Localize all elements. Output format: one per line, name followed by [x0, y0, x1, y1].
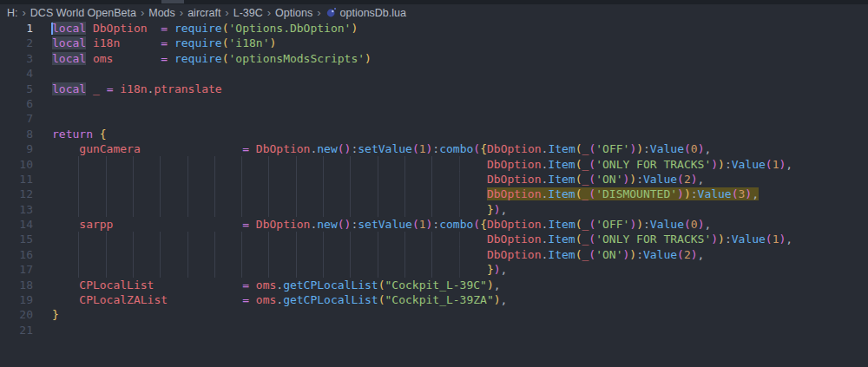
- code-line-3[interactable]: 3local oms = require('optionsModsScripts…: [0, 51, 868, 66]
- breadcrumb-item-2[interactable]: Mods: [148, 7, 175, 19]
- code-token: =: [242, 142, 249, 155]
- code-token: ,: [786, 158, 792, 171]
- code-line-21[interactable]: 21: [0, 323, 868, 338]
- breadcrumb-item-4[interactable]: L-39C: [233, 7, 263, 19]
- line-number[interactable]: 13: [0, 202, 33, 217]
- tab-indicator: [161, 0, 184, 3]
- line-number[interactable]: 16: [0, 247, 33, 262]
- breadcrumb-item-0[interactable]: H:: [7, 7, 18, 19]
- code-line-19[interactable]: 19 CPLocalZAList = oms.getCPLocalList("C…: [0, 292, 868, 307]
- code-line-13[interactable]: 13 }),: [0, 202, 868, 217]
- editor-code-area[interactable]: 1local DbOption = require('Options.DbOpt…: [0, 21, 868, 338]
- line-number[interactable]: 15: [0, 232, 33, 246]
- code-token: (: [589, 233, 595, 246]
- code-line-1[interactable]: 1local DbOption = require('Options.DbOpt…: [0, 21, 868, 36]
- text-cursor: [51, 23, 53, 36]
- line-number[interactable]: 5: [0, 82, 33, 96]
- code-line-17[interactable]: 17 }),: [0, 262, 868, 277]
- code-token: Item: [548, 248, 575, 261]
- breadcrumb-item-3[interactable]: aircraft: [187, 7, 220, 19]
- line-number[interactable]: 6: [0, 96, 33, 111]
- line-number[interactable]: 21: [0, 323, 33, 338]
- code-line-15[interactable]: 15 DbOption.Item(_('ONLY FOR TRACKS')):V…: [0, 232, 868, 246]
- code-line-8[interactable]: 8return {: [0, 127, 868, 141]
- code-token: :: [691, 187, 698, 200]
- line-text: }: [52, 307, 59, 322]
- code-token: DbOption: [487, 248, 542, 261]
- indent-guides: [52, 201, 487, 217]
- line-number[interactable]: 2: [0, 36, 33, 50]
- breadcrumb-path: H:›DCS World OpenBeta›Mods›aircraft›L-39…: [7, 7, 326, 19]
- code-token: (: [684, 218, 691, 231]
- code-token: ,: [704, 218, 711, 231]
- code-line-2[interactable]: 2local i18n = require('i18n'): [0, 36, 868, 50]
- code-token: getCPLocalList: [283, 279, 378, 292]
- code-token: ): [629, 248, 636, 261]
- code-token: require: [174, 36, 222, 49]
- breadcrumb-separator: ›: [141, 6, 144, 19]
- line-number[interactable]: 18: [0, 278, 33, 292]
- code-token: oms: [256, 293, 276, 306]
- code-token: _: [93, 82, 100, 95]
- line-number[interactable]: 3: [0, 51, 33, 66]
- line-text: local _ = i18n.ptranslate: [52, 82, 222, 96]
- breadcrumb-item-1[interactable]: DCS World OpenBeta: [30, 7, 136, 19]
- line-number[interactable]: 10: [0, 157, 33, 172]
- code-token: DbOption: [256, 218, 311, 231]
- breadcrumb-item-file[interactable]: optionsDb.lua: [326, 7, 406, 19]
- line-text: DbOption.Item(_('ON')):Value(2),: [52, 172, 704, 187]
- code-line-11[interactable]: 11 DbOption.Item(_('ON')):Value(2),: [0, 172, 868, 187]
- code-token: require: [174, 52, 222, 65]
- code-token: (: [732, 187, 739, 200]
- line-number[interactable]: 14: [0, 217, 33, 232]
- code-line-7[interactable]: 7: [0, 111, 868, 126]
- code-token: oms: [93, 52, 113, 65]
- code-token: ,: [704, 142, 711, 155]
- code-line-20[interactable]: 20}: [0, 307, 868, 322]
- line-text: local DbOption = require('Options.DbOpti…: [52, 21, 358, 36]
- line-text: CPLocalList = oms.getCPLocalList("Cockpi…: [52, 278, 501, 292]
- code-line-9[interactable]: 9 gunCamera = DbOption.new():setValue(1)…: [0, 141, 868, 156]
- code-line-10[interactable]: 10 DbOption.Item(_('ONLY FOR TRACKS')):V…: [0, 157, 868, 172]
- code-token: ): [494, 203, 501, 216]
- code-token: gunCamera: [79, 142, 140, 155]
- code-token: =: [161, 22, 168, 35]
- code-token: ): [691, 173, 698, 186]
- indent-guides: [52, 262, 487, 278]
- line-text: CPLocalZAList = oms.getCPLocalList("Cock…: [52, 292, 507, 307]
- code-token: ,: [698, 173, 705, 186]
- code-token: =: [161, 52, 168, 65]
- code-token: (: [575, 158, 582, 171]
- code-token: ptranslate: [154, 82, 221, 95]
- breadcrumb-item-5[interactable]: Options: [275, 7, 312, 19]
- code-line-16[interactable]: 16 DbOption.Item(_('ON')):Value(2),: [0, 247, 868, 262]
- line-number[interactable]: 1: [0, 21, 33, 36]
- code-token: setValue: [358, 218, 412, 231]
- code-token: 'ONLY FOR TRACKS': [595, 158, 711, 171]
- line-number[interactable]: 17: [0, 262, 33, 277]
- code-line-4[interactable]: 4: [0, 66, 868, 81]
- line-number[interactable]: 12: [0, 187, 33, 201]
- line-number[interactable]: 19: [0, 292, 33, 307]
- line-number[interactable]: 20: [0, 307, 33, 322]
- line-number[interactable]: 7: [0, 111, 33, 126]
- code-line-12[interactable]: 12 DbOption.Item(_('DISMOUNTED')):Value(…: [0, 187, 868, 201]
- code-token: i18n: [120, 82, 147, 95]
- code-token: :: [725, 233, 732, 246]
- line-number[interactable]: 8: [0, 127, 33, 141]
- code-token: (: [575, 248, 582, 261]
- code-token: :: [636, 248, 643, 261]
- code-line-18[interactable]: 18 CPLocalList = oms.getCPLocalList("Coc…: [0, 278, 868, 292]
- code-line-14[interactable]: 14 sarpp = DbOption.new():setValue(1):co…: [0, 217, 868, 232]
- code-line-6[interactable]: 6: [0, 96, 868, 111]
- line-number[interactable]: 11: [0, 172, 33, 187]
- code-token: =: [242, 279, 249, 292]
- code-token: Item: [548, 142, 575, 155]
- code-token: Value: [650, 218, 684, 231]
- code-token: ): [718, 158, 725, 171]
- breadcrumb: H:›DCS World OpenBeta›Mods›aircraft›L-39…: [0, 4, 868, 21]
- line-number[interactable]: 4: [0, 66, 33, 81]
- code-line-5[interactable]: 5local _ = i18n.ptranslate: [0, 82, 868, 96]
- line-number[interactable]: 9: [0, 141, 33, 156]
- code-token: CPLocalList: [79, 279, 154, 292]
